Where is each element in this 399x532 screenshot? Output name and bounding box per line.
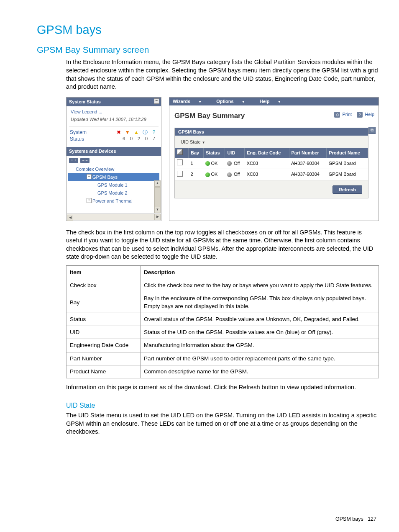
doc-cell: Bay xyxy=(66,292,141,313)
menu-help[interactable]: Help ▼ xyxy=(260,99,288,104)
menubar: Wizards ▼ Options ▼ Help ▼ xyxy=(169,98,379,105)
count-unknown: 7 xyxy=(150,136,158,142)
gpsm-bays-box-label: GPSM Bays xyxy=(175,128,368,136)
count-warning: 2 xyxy=(135,136,143,142)
ok-icon xyxy=(205,161,210,166)
critical-icon: ✖ xyxy=(115,129,123,136)
tree-gps-module-2[interactable]: GPS Module 2 xyxy=(68,189,159,197)
cell-name: GPSM Board xyxy=(327,158,368,169)
scroll-down-icon[interactable]: ▼ xyxy=(154,207,161,213)
count-critical: 6 xyxy=(120,136,128,142)
cell-bay: 1 xyxy=(189,158,204,169)
help-icon[interactable]: ? xyxy=(357,112,363,118)
gpsm-bays-box: ⧉ GPSM Bays UID State ▼ Bay Status UID E… xyxy=(174,128,368,198)
tree-complex-overview[interactable]: Complex Overview xyxy=(68,165,159,173)
doc-cell: Click the check box next to the bay or b… xyxy=(141,279,379,292)
cell-pn: AH337-60304 xyxy=(289,169,327,180)
col-uid: UID xyxy=(225,148,245,158)
refresh-note: Information on this page is current as o… xyxy=(66,383,378,392)
tree-power-thermal[interactable]: Power and Thermal xyxy=(68,197,159,205)
system-status-row-label: System Status xyxy=(70,129,77,142)
view-legend-link[interactable]: View Legend ... xyxy=(66,106,161,116)
cell-status: OK xyxy=(203,158,225,169)
scroll-right-icon[interactable]: ▶ xyxy=(154,214,161,220)
info-icon: ⓘ xyxy=(141,129,149,136)
col-name: Product Name xyxy=(327,148,368,158)
doc-table: Item Description Check boxClick the chec… xyxy=(66,265,379,378)
print-link[interactable]: Print xyxy=(342,112,352,117)
row-checkbox[interactable] xyxy=(177,171,183,177)
doc-cell: Part number of the GPSM used to order re… xyxy=(141,352,379,365)
page-h1: GPSM bays xyxy=(37,22,378,38)
scroll-up-icon[interactable]: ▲ xyxy=(154,180,161,187)
col-edc: Eng. Date Code xyxy=(245,148,289,158)
uid-state-heading: UID State xyxy=(66,401,378,410)
doc-cell: Status xyxy=(66,313,141,326)
menu-wizards[interactable]: Wizards ▼ xyxy=(173,99,208,104)
doc-th-item: Item xyxy=(66,266,141,279)
uid-state-text: The UID State menu is used to set the UI… xyxy=(66,411,378,436)
horizontal-scrollbar[interactable]: ◀ ▶ xyxy=(67,213,161,220)
cell-uid: Off xyxy=(225,158,245,169)
refresh-button[interactable]: Refresh xyxy=(332,185,362,194)
intro-paragraph: In the Enclosure Information menu, the G… xyxy=(66,58,378,91)
col-pn: Part Number xyxy=(289,148,327,158)
doc-cell: Common descriptive name for the GPSM. xyxy=(141,365,379,378)
updated-timestamp: Updated Wed Mar 14 2007, 18:12:29 xyxy=(66,116,161,126)
cell-edc: XC03 xyxy=(245,158,289,169)
vertical-scrollbar[interactable]: ▲ ▼ xyxy=(154,180,161,213)
page-h2: GPSM Bay Summary screen xyxy=(37,44,378,56)
nav-tree: Complex Overview GPSM Bays GPS Module 1 … xyxy=(66,164,161,206)
doc-cell: Manufacturing information about the GPSM… xyxy=(141,339,379,352)
doc-cell: Check box xyxy=(66,279,141,292)
doc-th-desc: Description xyxy=(141,266,379,279)
table-row: 2 OK Off XC03 AH337-60304 GPSM Board xyxy=(175,169,368,180)
expand-box-icon[interactable]: ⧉ xyxy=(368,127,376,134)
doc-cell: Status of the UID on the GPSM. Possible … xyxy=(141,326,379,339)
cell-pn: AH337-60304 xyxy=(289,158,327,169)
tree-gpsm-bays[interactable]: GPSM Bays xyxy=(68,173,159,181)
doc-cell: Bay in the enclosure of the correspondin… xyxy=(141,292,379,313)
doc-cell: Part Number xyxy=(66,352,141,365)
collapse-all-button[interactable]: − − xyxy=(80,158,90,163)
after-shot-paragraph: The check box in the first column on the… xyxy=(66,229,378,261)
scroll-left-icon[interactable]: ◀ xyxy=(67,215,73,221)
expand-all-button[interactable]: + + xyxy=(69,158,78,163)
cell-edc: XC03 xyxy=(245,169,289,180)
help-link[interactable]: Help xyxy=(365,112,374,117)
doc-cell: Overall status of the GPSM. Possible val… xyxy=(141,313,379,326)
side-panel: System Status − View Legend ... Updated … xyxy=(66,97,161,221)
gpsm-grid: Bay Status UID Eng. Date Code Part Numbe… xyxy=(175,148,368,180)
caution-down-icon: ▼ xyxy=(124,129,131,136)
cell-bay: 2 xyxy=(189,169,204,180)
count-caution: 0 xyxy=(128,136,135,142)
doc-cell: UID xyxy=(66,326,141,339)
app-screenshot: System Status − View Legend ... Updated … xyxy=(66,97,379,221)
cell-name: GPSM Board xyxy=(327,169,368,180)
ok-icon xyxy=(205,172,210,177)
page-footer: GPSM bays 127 xyxy=(335,516,376,523)
table-row: 1 OK Off XC03 AH337-60304 GPSM Board xyxy=(175,158,368,169)
doc-cell: Product Name xyxy=(66,365,141,378)
col-bay: Bay xyxy=(189,148,204,158)
tree-gps-module-1[interactable]: GPS Module 1 xyxy=(68,181,159,189)
collapse-icon[interactable]: − xyxy=(154,98,159,104)
unknown-icon: ? xyxy=(150,129,158,136)
cell-uid: Off xyxy=(225,169,245,180)
main-panel: Wizards ▼ Options ▼ Help ▼ GPSM Bay Summ… xyxy=(169,97,379,221)
select-all-checkbox[interactable] xyxy=(177,149,183,155)
systems-devices-header: Systems and Devices xyxy=(66,147,161,156)
doc-cell: Engineering Date Code xyxy=(66,339,141,352)
cell-status: OK xyxy=(203,169,225,180)
print-icon[interactable]: ⎙ xyxy=(334,112,340,118)
col-status: Status xyxy=(203,148,225,158)
uid-state-dropdown[interactable]: UID State ▼ xyxy=(175,136,368,148)
count-info: 0 xyxy=(143,136,150,142)
uid-off-icon xyxy=(227,161,232,166)
row-checkbox[interactable] xyxy=(177,159,183,165)
warning-icon: ▲ xyxy=(133,129,140,136)
system-status-label: System Status xyxy=(69,99,101,104)
uid-off-icon xyxy=(227,172,232,177)
menu-options[interactable]: Options ▼ xyxy=(216,99,252,104)
system-status-header: System Status − xyxy=(66,98,161,106)
